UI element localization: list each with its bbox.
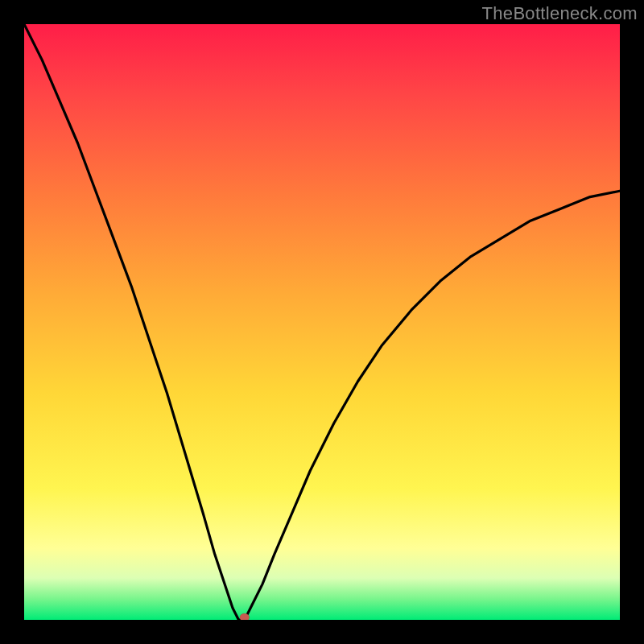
bottleneck-curve xyxy=(24,24,620,620)
minimum-marker xyxy=(240,613,250,620)
curve-svg xyxy=(24,24,620,620)
watermark-text: TheBottleneck.com xyxy=(482,3,638,24)
chart-area xyxy=(24,24,620,620)
